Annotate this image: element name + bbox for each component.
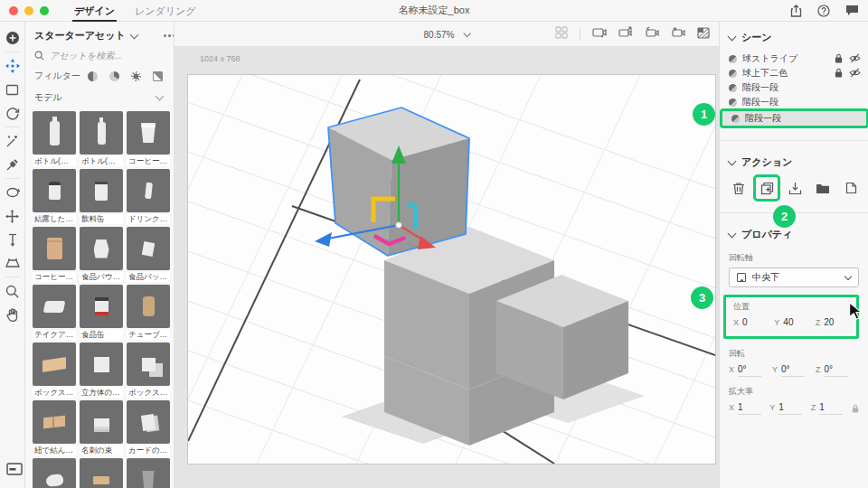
minimize-window-button[interactable] [24,6,33,15]
lock-icon[interactable] [835,65,843,81]
camera-share-icon[interactable] [618,26,633,42]
pivot-label: 回転軸 [729,252,859,264]
asset-item[interactable]: 食品缶 [80,285,123,340]
asset-item[interactable] [33,458,76,488]
asset-label: ボックス… [33,388,76,398]
asset-item[interactable]: テイクア… [33,285,76,340]
duplicate-button[interactable] [757,178,777,198]
axis-label: Z [816,365,821,374]
filter-lights-icon[interactable] [131,71,141,81]
property-field[interactable]: Y 40 [774,317,815,330]
filter-materials-icon[interactable] [109,71,119,81]
asset-item[interactable]: 立方体の… [80,343,123,398]
asset-item[interactable] [80,458,123,488]
asset-item[interactable]: ボトル(… [80,111,123,166]
annotation-step-1: 1 [693,103,715,126]
asset-item[interactable]: カードの… [127,400,170,455]
note-icon[interactable] [841,178,861,198]
render-preview-icon[interactable] [697,26,710,42]
close-window-button[interactable] [9,6,18,15]
asset-item[interactable]: チューブ… [127,285,170,340]
chevron-down-icon [728,230,737,239]
zoom-tool-icon[interactable] [3,279,23,303]
asset-thumbnail [33,285,76,328]
asset-item[interactable]: 結露した… [33,169,76,224]
property-field[interactable]: Y 0° [772,364,816,377]
marquee-tool-icon[interactable] [3,78,23,101]
asset-item[interactable]: 飲料缶 [80,169,123,224]
asset-item[interactable]: 紐で結ん… [33,400,76,455]
scene-item[interactable]: 階段一段 [722,111,866,126]
asset-item[interactable]: 食品パウ… [80,227,123,282]
add-content-button[interactable] [3,26,23,50]
more-options-icon[interactable] [164,34,166,37]
hidden-eye-icon[interactable] [849,65,861,81]
scene-item[interactable]: 階段一段 [720,95,868,109]
select-tool-icon[interactable] [3,54,23,78]
hand-tool-icon[interactable] [3,303,23,326]
export-button[interactable] [785,178,805,198]
property-field[interactable]: X 0 [733,317,774,330]
pan-tool-icon[interactable] [3,204,23,228]
models-section-label[interactable]: モデル [34,91,62,104]
delete-button[interactable] [729,178,749,198]
camera-add-bookmark-icon[interactable] [671,26,685,42]
pivot-dropdown[interactable]: 中央下 [729,267,859,287]
view-grid-icon[interactable] [555,26,568,42]
assets-panel-title[interactable]: スターターアセット [34,29,126,42]
asset-item[interactable]: ドリンク… [127,169,170,224]
tab-render[interactable]: レンダリング [135,0,196,22]
search-input[interactable] [50,51,158,61]
document-title: 名称未設定_box [399,4,470,17]
feedback-icon[interactable] [845,5,859,16]
properties-section-header[interactable]: プロパティ [720,219,868,247]
property-field[interactable]: X 0° [729,364,772,377]
panel-toggle-icon[interactable] [5,457,24,481]
asset-thumbnail [80,227,123,270]
property-field[interactable]: Z 1 [811,402,852,415]
help-icon[interactable] [817,5,830,17]
asset-item[interactable]: 食品バッ… [127,227,170,282]
scene-item[interactable]: 球ストライプ [720,52,868,66]
magic-wand-icon[interactable] [3,129,23,153]
filter-images-icon[interactable] [153,71,163,81]
sampler-eyedropper-icon[interactable] [3,153,23,176]
fullscreen-window-button[interactable] [40,6,49,15]
chevron-down-icon[interactable] [156,92,165,101]
object-sphere-icon [729,55,737,63]
asset-item[interactable]: コーヒー… [33,227,76,282]
zoom-level-control[interactable]: 80.57% [424,22,470,47]
scene-item[interactable]: 球上下二色 [720,66,868,80]
app-window: デザイン レンダリング 名称未設定_box [0,0,868,488]
dolly-tool-icon[interactable] [3,228,23,251]
property-field[interactable]: X 1 [729,402,769,415]
asset-thumbnail [127,400,170,444]
horizon-tool-icon[interactable] [3,251,23,275]
scene-section-header[interactable]: シーン [720,22,868,50]
orbit-tool-icon[interactable] [3,181,23,204]
axis-value: 20 [824,317,847,330]
asset-item[interactable]: コーヒー… [127,111,170,166]
property-field[interactable]: Z 0° [816,364,859,377]
camera-undo-icon[interactable] [645,26,659,42]
asset-item[interactable]: 名刺の束 [80,400,123,455]
axis-label: Y [772,365,778,374]
scene-item[interactable]: 階段一段 [720,80,868,95]
filter-label: フィルター [34,70,80,82]
asset-item[interactable]: ボックス… [33,343,76,398]
folder-icon[interactable] [813,178,833,198]
scale-lock-icon[interactable] [852,402,859,415]
canvas[interactable] [187,74,716,465]
axis-label: Z [816,318,821,327]
asset-item[interactable] [127,458,170,488]
share-icon[interactable] [790,5,802,17]
tab-design[interactable]: デザイン [74,0,115,22]
rotate-tool-icon[interactable] [3,101,23,125]
actions-section-header[interactable]: アクション [720,146,868,174]
property-field[interactable]: Y 1 [769,402,810,415]
camera-bookmark-icon[interactable] [592,26,607,42]
asset-item[interactable]: ボトル(… [33,111,76,166]
asset-thumbnail [80,111,123,155]
filter-models-icon[interactable] [88,71,98,81]
asset-item[interactable]: ボックス… [127,343,170,398]
